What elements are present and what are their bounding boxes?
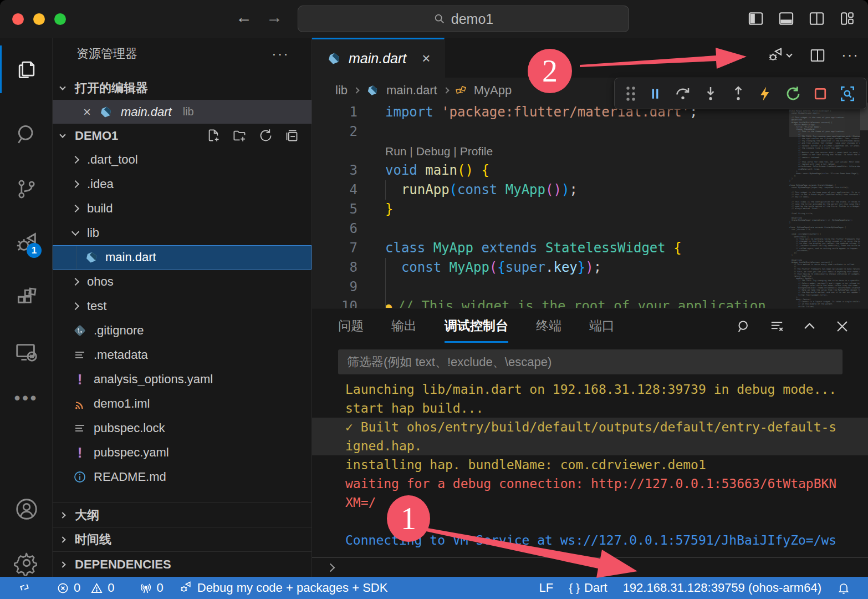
code-line-8[interactable]: 8 const MyApp({super.key}); <box>312 258 789 277</box>
tree-item-main-dart[interactable]: main.dart <box>53 245 312 270</box>
dependencies-section[interactable]: DEPENDENCIES <box>53 551 312 577</box>
close-window-button[interactable] <box>12 13 24 25</box>
console-line[interactable]: installing hap. bundleName: com.cdrviewe… <box>312 455 868 474</box>
line-number[interactable]: 10 <box>312 297 358 308</box>
line-number[interactable]: 7 <box>312 238 358 258</box>
language-mode[interactable]: { } Dart <box>561 577 615 599</box>
tab-debug-console[interactable]: 调试控制台 <box>445 317 508 343</box>
code-line-5[interactable]: 5} <box>312 200 789 219</box>
problems-status[interactable]: 0 0 <box>49 577 122 599</box>
clear-console-icon[interactable] <box>769 318 785 334</box>
code-line-6[interactable]: 6 <box>312 219 789 238</box>
tab-terminal[interactable]: 终端 <box>536 317 561 341</box>
tab-output[interactable]: 输出 <box>391 317 417 341</box>
restart-icon[interactable] <box>784 85 802 103</box>
breadcrumb-symbol[interactable]: MyApp <box>474 83 512 98</box>
tree-item-test[interactable]: test <box>53 294 312 318</box>
breadcrumb-file[interactable]: main.dart <box>386 83 437 98</box>
console-filter-input[interactable]: 筛选器(例如 text、!exclude、\escape) <box>338 349 843 374</box>
console-line[interactable]: start hap build... <box>312 399 868 418</box>
tree-item-lib[interactable]: lib <box>53 221 312 245</box>
minimap[interactable]: runApp(const MyApp()); } class MyApp ext… <box>789 103 860 308</box>
debug-console-output[interactable]: Launching lib/main.dart on 192.168.31.12… <box>312 380 868 550</box>
line-number[interactable]: 4 <box>312 180 358 200</box>
more-views-icon[interactable]: ••• <box>0 379 53 418</box>
console-line[interactable]: XM=/ <box>312 493 868 512</box>
console-line[interactable]: igned.hap. <box>312 436 868 455</box>
hot-reload-icon[interactable] <box>757 85 774 102</box>
eol-indicator[interactable]: LF <box>532 577 561 599</box>
line-number[interactable]: 1 <box>312 103 358 122</box>
console-line[interactable]: ✓ Built ohos/entry/build/default/outputs… <box>312 418 868 436</box>
step-over-icon[interactable] <box>674 85 692 103</box>
tree-item--idea[interactable]: .idea <box>53 172 312 196</box>
project-header[interactable]: DEMO1 <box>53 124 312 148</box>
code-line-2[interactable]: 2 <box>312 122 789 141</box>
code-line-3[interactable]: 3void main() { <box>312 161 789 180</box>
tree-item--metadata[interactable]: .metadata <box>53 343 312 367</box>
open-editors-header[interactable]: 打开的编辑器 <box>53 77 312 100</box>
explorer-icon[interactable] <box>0 50 53 89</box>
minimap-slider[interactable] <box>789 109 860 137</box>
tree-item-analysis-options-yaml[interactable]: !analysis_options.yaml <box>53 367 312 392</box>
maximize-panel-icon[interactable] <box>801 318 818 334</box>
notifications-bell[interactable] <box>829 577 858 599</box>
close-editor-icon[interactable]: × <box>83 104 91 120</box>
tab-close-icon[interactable]: × <box>422 50 430 67</box>
refresh-icon[interactable] <box>258 128 273 143</box>
zoom-window-button[interactable] <box>54 13 66 25</box>
pause-icon[interactable] <box>647 85 663 102</box>
new-file-icon[interactable] <box>206 128 221 143</box>
tree-item-build[interactable]: build <box>53 196 312 221</box>
close-panel-icon[interactable] <box>834 318 850 334</box>
code-line-7[interactable]: 7class MyApp extends StatelessWidget { <box>312 238 789 258</box>
code-line-9[interactable]: 9 <box>312 277 789 297</box>
command-center-search[interactable]: demo1 <box>298 6 629 32</box>
sidebar-more-actions[interactable]: ··· <box>272 45 289 63</box>
back-button[interactable]: ← <box>233 8 255 27</box>
line-number[interactable]: 2 <box>312 122 358 141</box>
line-number[interactable]: 6 <box>312 219 358 238</box>
forward-button[interactable]: → <box>263 8 285 27</box>
tree-item-ohos[interactable]: ohos <box>53 270 312 294</box>
debug-run-button[interactable] <box>767 47 794 64</box>
source-control-icon[interactable] <box>0 170 53 209</box>
tree-item--dart-tool[interactable]: .dart_tool <box>53 148 312 172</box>
tree-item-pubspec-lock[interactable]: pubspec.lock <box>53 416 312 440</box>
step-out-icon[interactable] <box>729 85 747 103</box>
line-number[interactable]: 3 <box>312 161 358 180</box>
panel-search-icon[interactable] <box>736 318 752 334</box>
editor-more-actions[interactable]: ··· <box>841 47 859 64</box>
code-line-10[interactable]: 10●// This widget is the root of your ap… <box>312 297 789 308</box>
tree-item-demo1-iml[interactable]: demo1.iml <box>53 392 312 416</box>
line-number[interactable]: 8 <box>312 258 358 277</box>
line-number[interactable]: 5 <box>312 200 358 219</box>
code-line-4[interactable]: 4 runApp(const MyApp()); <box>312 180 789 200</box>
stop-icon[interactable] <box>812 85 829 102</box>
line-number[interactable]: 9 <box>312 277 358 297</box>
extensions-icon[interactable] <box>0 278 53 317</box>
tree-item-pubspec-yaml[interactable]: !pubspec.yaml <box>53 440 312 465</box>
tab-ports[interactable]: 端口 <box>589 317 615 341</box>
breadcrumb-lib[interactable]: lib <box>335 83 348 98</box>
open-editor-main-dart[interactable]: × main.dart lib <box>53 100 312 124</box>
console-input[interactable] <box>312 557 868 577</box>
account-icon[interactable] <box>0 490 53 529</box>
remote-explorer-icon[interactable] <box>0 333 53 372</box>
tab-problems[interactable]: 问题 <box>338 317 364 341</box>
toggle-panel-icon[interactable] <box>778 10 795 27</box>
console-line[interactable]: waiting for a debug connection: http://1… <box>312 474 868 493</box>
outline-section[interactable]: 大纲 <box>53 502 312 527</box>
device-selector[interactable]: 192.168.31.128:39759 (ohos-arm64) <box>615 577 829 599</box>
console-line[interactable]: Launching lib/main.dart on 192.168.31.12… <box>312 380 868 399</box>
customize-layout-icon[interactable] <box>839 10 856 27</box>
toggle-sidebar-icon[interactable] <box>747 10 764 27</box>
ports-status[interactable]: 0 <box>131 577 171 599</box>
new-folder-icon[interactable] <box>232 128 247 143</box>
code-editor[interactable]: 1import 'package:flutter/material.dart';… <box>312 103 789 308</box>
timeline-section[interactable]: 时间线 <box>53 527 312 551</box>
split-editor-icon[interactable] <box>809 47 826 64</box>
console-line[interactable] <box>312 512 868 531</box>
debug-session-status[interactable]: Debug my code + packages + SDK <box>171 577 396 599</box>
tree-item--gitignore[interactable]: .gitignore <box>53 318 312 343</box>
